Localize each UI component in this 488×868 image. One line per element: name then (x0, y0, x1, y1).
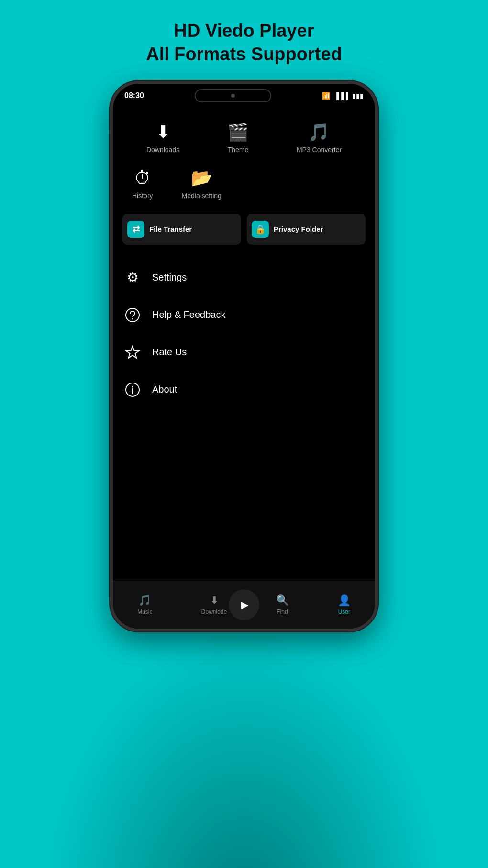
help-feedback-item[interactable]: Help & Feedback (122, 296, 366, 334)
about-icon (122, 380, 143, 400)
phone-frame: 08:30 📶 ▐▐▐ ▮▮▮ ⬇ Downloads 🎬 Theme (110, 81, 378, 631)
top-icons-row: ⬇ Downloads 🎬 Theme 🎵 MP3 Converter (122, 122, 366, 154)
play-button[interactable] (229, 589, 259, 620)
privacy-folder-icon: 🔒 (252, 221, 269, 238)
app-header: HD Viedo Player All Formats Supported (146, 19, 342, 67)
settings-item[interactable]: ⚙ Settings (122, 259, 366, 296)
about-item[interactable]: About (122, 371, 366, 408)
history-label: History (132, 192, 153, 200)
mediasetting-label: Media setting (182, 192, 222, 200)
phone-screen: ⬇ Downloads 🎬 Theme 🎵 MP3 Converter ⏱ Hi… (113, 108, 375, 629)
theme-item[interactable]: 🎬 Theme (227, 122, 249, 154)
status-bar: 08:30 📶 ▐▐▐ ▮▮▮ (113, 84, 375, 108)
mp3converter-item[interactable]: 🎵 MP3 Converter (297, 122, 342, 154)
file-transfer-button[interactable]: ⇄ File Transfer (122, 214, 241, 245)
battery-icon: ▮▮▮ (352, 92, 364, 100)
mediasetting-icon: 📂 (191, 168, 212, 188)
menu-area: ⬇ Downloads 🎬 Theme 🎵 MP3 Converter ⏱ Hi… (113, 108, 375, 581)
file-transfer-label: File Transfer (149, 225, 192, 233)
second-icons-row: ⏱ History 📂 Media setting (122, 168, 366, 200)
nav-downlode-label: Downlode (201, 609, 227, 615)
nav-downlode[interactable]: ⬇ Downlode (201, 594, 227, 615)
wifi-icon: 📶 (322, 92, 330, 100)
status-notch (195, 89, 271, 102)
rate-us-icon (122, 342, 143, 362)
status-time: 08:30 (124, 91, 144, 100)
nav-music-icon: 🎵 (138, 594, 151, 607)
mediasetting-item[interactable]: 📂 Media setting (182, 168, 222, 200)
downloads-label: Downloads (146, 146, 179, 154)
action-buttons-row: ⇄ File Transfer 🔒 Privacy Folder (122, 214, 366, 245)
nav-music-label: Music (137, 609, 152, 615)
downloads-icon: ⬇ (156, 122, 170, 142)
history-item[interactable]: ⏱ History (132, 168, 153, 200)
rate-us-item[interactable]: Rate Us (122, 334, 366, 371)
theme-label: Theme (228, 146, 249, 154)
settings-label: Settings (152, 272, 187, 283)
settings-icon: ⚙ (122, 268, 143, 288)
rate-us-label: Rate Us (152, 347, 187, 358)
nav-find-label: Find (277, 609, 288, 615)
notch-dot (231, 94, 235, 98)
privacy-folder-button[interactable]: 🔒 Privacy Folder (247, 214, 366, 245)
privacy-folder-label: Privacy Folder (274, 225, 323, 233)
nav-user-label: User (338, 609, 350, 615)
nav-music[interactable]: 🎵 Music (137, 594, 152, 615)
status-icons: 📶 ▐▐▐ ▮▮▮ (322, 92, 364, 100)
nav-find-icon: 🔍 (276, 594, 289, 607)
header-line1: HD Viedo Player (174, 21, 314, 41)
downloads-item[interactable]: ⬇ Downloads (146, 122, 179, 154)
bottom-nav: 🎵 Music ⬇ Downlode 🔍 Find 👤 User (113, 581, 375, 629)
svg-point-1 (132, 318, 133, 319)
nav-downlode-icon: ⬇ (210, 594, 219, 607)
header-line2: All Formats Supported (146, 44, 342, 64)
nav-user[interactable]: 👤 User (338, 594, 351, 615)
file-transfer-icon: ⇄ (127, 221, 144, 238)
mp3-label: MP3 Converter (297, 146, 342, 154)
svg-point-5 (132, 386, 133, 387)
mp3-icon: 🎵 (308, 122, 330, 142)
svg-marker-2 (126, 346, 139, 358)
history-icon: ⏱ (134, 168, 151, 188)
help-feedback-label: Help & Feedback (152, 309, 225, 320)
about-label: About (152, 384, 177, 395)
help-icon (122, 305, 143, 325)
nav-user-icon: 👤 (338, 594, 351, 607)
theme-icon: 🎬 (227, 122, 249, 142)
nav-find[interactable]: 🔍 Find (276, 594, 289, 615)
svg-point-0 (126, 308, 139, 322)
signal-icon: ▐▐▐ (334, 92, 348, 100)
